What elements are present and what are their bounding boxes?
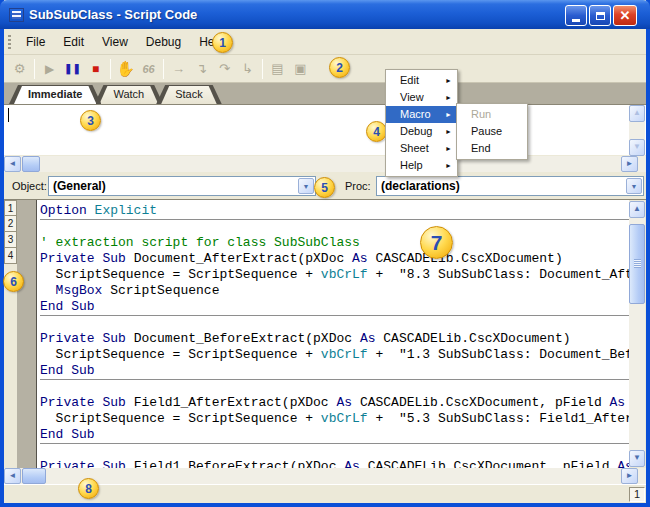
menu-bar: FileEditViewDebugHelp [4,29,646,55]
tab-watch[interactable]: Watch [94,85,163,104]
code-line [40,381,629,395]
context-menu-item-label: Debug [400,125,432,137]
context-menu-item-sheet[interactable]: Sheet► [386,140,457,157]
context-menu: Edit►View►Macro►Debug►Sheet►Help► [385,69,458,177]
immediate-hscroll-thumb[interactable] [22,156,40,172]
breakpoint-gutter[interactable] [17,200,36,468]
menu-edit[interactable]: Edit [54,32,93,52]
text-caret [8,108,9,122]
submenu-item-end[interactable]: End [457,140,527,157]
scroll-right-icon[interactable]: ► [621,468,638,484]
line-number-box[interactable]: 3 [4,232,17,248]
code-line [40,317,629,331]
code-line [40,445,629,459]
tab-label: Immediate [14,86,96,104]
toolbar-separator [110,59,111,79]
code-line: End Sub [40,427,629,443]
code-line: Option Explicit [40,203,629,219]
object-browser-button[interactable]: ▣ [289,57,312,80]
context-menu-item-view[interactable]: View► [386,89,457,106]
callout-badge-7: 7 [420,226,453,259]
scroll-up-icon[interactable]: ▲ [629,105,645,122]
scroll-right-icon[interactable]: ► [621,156,638,172]
proc-combobox-value: (declarations) [381,179,460,193]
context-menu-item-label: View [400,91,424,103]
toolbar-separator [163,59,164,79]
immediate-pane[interactable]: ▲ ▼ [4,104,646,155]
chevron-down-icon[interactable]: ▼ [626,178,642,194]
scroll-up-icon[interactable]: ▲ [629,201,645,218]
context-menu-item-macro[interactable]: Macro► [386,106,457,123]
tab-strip: ImmediateWatchStack [4,83,646,104]
minimize-button[interactable] [565,5,587,26]
immediate-hscrollbar[interactable]: ◄ ► [4,156,646,172]
step-out-button[interactable]: ↳ [236,57,259,80]
run-button[interactable]: ▶ [38,57,61,80]
object-combobox-value: (General) [53,179,106,193]
code-vscrollbar[interactable]: ▲ ▼ [629,201,645,467]
scroll-down-icon[interactable]: ▼ [629,139,645,156]
line-number-box[interactable]: 1 [4,200,17,216]
context-menu-item-label: Sheet [400,142,429,154]
object-combobox[interactable]: (General) ▼ [48,176,316,196]
line-number-margin: 1234 [4,200,17,468]
code-line: End Sub [40,299,629,315]
context-menu-item-edit[interactable]: Edit► [386,72,457,89]
break-button[interactable]: ✋ [114,57,137,80]
step-into-button[interactable]: ↴ [190,57,213,80]
chevron-down-icon[interactable]: ▼ [298,178,314,194]
menu-view[interactable]: View [93,32,137,52]
watch-glasses-button[interactable]: 66 [137,57,160,80]
callout-badge-5: 5 [314,177,335,198]
scroll-left-icon[interactable]: ◄ [4,468,21,484]
stop-button[interactable]: ■ [84,57,107,80]
context-menu-item-label: Macro [400,108,431,120]
step-over-button[interactable]: ↷ [213,57,236,80]
maximize-button[interactable] [589,5,611,26]
menu-file[interactable]: File [17,32,54,52]
code-line: ' extraction script for class SubSubClas… [40,235,629,251]
code-hscroll-thumb[interactable] [22,468,46,484]
close-icon: ✕ [620,8,631,23]
status-bar: 1 [4,484,646,503]
status-line-indicator: 1 [629,487,645,502]
immediate-vscrollbar[interactable]: ▲ ▼ [629,105,645,156]
line-number-box[interactable]: 2 [4,216,17,232]
submenu-item-label: Pause [471,125,502,137]
code-vscroll-thumb[interactable] [629,224,645,304]
submenu-item-label: End [471,142,491,154]
code-editor[interactable]: Option Explicit' extraction script for c… [36,200,629,468]
code-line: Private Sub Document_BeforeExtract(pXDoc… [40,331,629,347]
scroll-left-icon[interactable]: ◄ [4,156,21,172]
tab-stack[interactable]: Stack [156,85,222,104]
proc-combobox[interactable]: (declarations) ▼ [376,176,644,196]
toolbar-grip-icon[interactable] [8,35,11,49]
submenu-item-pause[interactable]: Pause [457,123,527,140]
object-label: Object: [12,180,47,192]
scroll-down-icon[interactable]: ▼ [629,450,645,467]
context-menu-item-debug[interactable]: Debug► [386,123,457,140]
context-menu-item-help[interactable]: Help► [386,157,457,174]
toolbar-separator [262,59,263,79]
menu-debug[interactable]: Debug [137,32,190,52]
proc-label: Proc: [345,180,371,192]
tab-label: Stack [161,86,217,104]
line-number-box[interactable]: 4 [4,248,17,264]
pause-button[interactable]: ❚❚ [61,57,84,80]
submenu-arrow-icon: ► [445,72,452,89]
submenu-item-label: Run [471,108,491,120]
code-hscrollbar[interactable]: ◄ ► [4,468,646,484]
callout-badge-3: 3 [80,110,101,131]
close-button[interactable]: ✕ [613,5,637,26]
submenu-item-run[interactable]: Run [457,106,527,123]
callout-badge-6: 6 [3,271,24,292]
code-line: MsgBox ScriptSequence [40,283,629,299]
submenu-arrow-icon: ► [445,106,452,123]
show-next-button[interactable]: → [167,57,190,80]
title-bar[interactable]: SubSubClass - Script Code ✕ [0,0,650,29]
macro-button[interactable]: ⚙ [8,57,31,80]
tab-immediate[interactable]: Immediate [9,85,101,104]
submenu-arrow-icon: ► [445,157,452,174]
minimize-icon [572,19,580,22]
dialog-editor-button[interactable]: ▤ [266,57,289,80]
